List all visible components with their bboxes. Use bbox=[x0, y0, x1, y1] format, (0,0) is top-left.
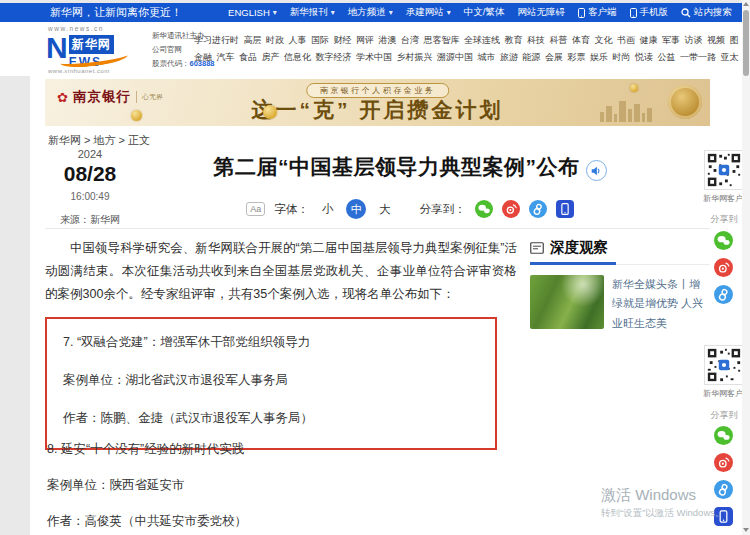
gold-coin-icon bbox=[630, 84, 638, 92]
scroll-up-arrow[interactable] bbox=[743, 2, 749, 6]
divider bbox=[136, 91, 137, 103]
phone-icon bbox=[578, 8, 585, 18]
bank-flower-icon: ✿ bbox=[57, 91, 68, 104]
wechat-share-button[interactable] bbox=[714, 426, 733, 445]
top-bar: 新华网，让新闻离你更近！ ENGLISH▾ 新华报刊▾ 地方频道▾ 承建网站▾ … bbox=[0, 3, 742, 22]
search-icon bbox=[681, 8, 691, 18]
chevron-down-icon: ▾ bbox=[331, 8, 335, 17]
app-share-button[interactable] bbox=[556, 200, 574, 218]
divider bbox=[45, 228, 710, 229]
watermark-line1: 激活 Windows bbox=[601, 486, 725, 505]
case8-author: 作者：高俊英（中共延安市委党校） bbox=[47, 513, 499, 530]
top-bar-links: ENGLISH▾ 新华报刊▾ 地方频道▾ 承建网站▾ 中文/繁体 网站无障碍 客… bbox=[228, 3, 732, 22]
top-link-site-search[interactable]: 站内搜索 bbox=[681, 6, 732, 19]
qr-code-image bbox=[704, 345, 744, 385]
chevron-down-icon: ▾ bbox=[447, 8, 451, 17]
font-size-large-button[interactable]: 大 bbox=[375, 202, 395, 217]
weibo-share-button[interactable] bbox=[714, 258, 733, 277]
sidebar-article-headline[interactable]: 新华全媒头条丨增绿就是增优势 人兴业旺生态美 bbox=[612, 275, 710, 333]
case7-unit: 案例单位：湖北省武汉市退役军人事务局 bbox=[63, 372, 479, 389]
article-controls: Aa 字体： 小 中 大 分享到： bbox=[150, 199, 670, 219]
wechat-share-button[interactable] bbox=[475, 200, 493, 218]
sidebar-deep-observation: 深度观察 新华全媒头条丨增绿就是增优势 人兴业旺生态美 bbox=[530, 238, 710, 333]
wechat-share-button[interactable] bbox=[714, 231, 733, 250]
top-link-english[interactable]: ENGLISH▾ bbox=[228, 7, 277, 18]
top-link-traditional-chinese[interactable]: 中文/繁体 bbox=[464, 6, 505, 19]
gold-coin-icon bbox=[131, 110, 142, 121]
top-link-accessibility[interactable]: 网站无障碍 bbox=[518, 6, 566, 19]
bank-name: 南京银行 bbox=[73, 88, 131, 106]
weibo-share-button[interactable] bbox=[714, 453, 733, 472]
article-intro: 中国领导科学研究会、新华网联合开展的“第二届中国基层领导力典型案例征集”活动圆满… bbox=[45, 237, 517, 306]
qr-block-2: 新华网客户端 bbox=[703, 345, 745, 399]
scroll-down-arrow[interactable] bbox=[743, 528, 749, 532]
top-link-client-app[interactable]: 客户端 bbox=[578, 6, 617, 19]
font-size-medium-button[interactable]: 中 bbox=[346, 199, 366, 219]
gold-coin-icon bbox=[263, 105, 277, 119]
float-share-label: 分享到 bbox=[703, 213, 745, 226]
highlight-red-box: 7. “双融合党建”：增强军休干部党组织领导力 案例单位：湖北省武汉市退役军人事… bbox=[45, 317, 497, 450]
font-size-small-button[interactable]: 小 bbox=[318, 202, 338, 217]
site-url-bottom: www.xinhuanet.com bbox=[48, 68, 110, 74]
chevron-down-icon: ▾ bbox=[389, 8, 393, 17]
top-link-built-sites[interactable]: 承建网站▾ bbox=[406, 6, 451, 19]
sidebar-article-item[interactable]: 新华全媒头条丨增绿就是增优势 人兴业旺生态美 bbox=[530, 275, 710, 333]
gold-emblem-icon bbox=[668, 85, 702, 119]
qr-caption: 新华网客户端 bbox=[703, 388, 745, 399]
case8-title: 8. 延安“十个没有”经验的新时代实践 bbox=[47, 441, 499, 458]
qr-caption: 新华网客户端 bbox=[703, 193, 745, 204]
weibo-share-button[interactable] bbox=[502, 200, 520, 218]
qq-share-button[interactable] bbox=[714, 285, 733, 304]
top-link-local-channels[interactable]: 地方频道▾ bbox=[348, 6, 393, 19]
scrollbar-thumb[interactable] bbox=[743, 10, 749, 76]
watermark-line2: 转到“设置”以激活 Windows。 bbox=[601, 507, 725, 520]
article-date: 08/28 bbox=[42, 162, 138, 186]
phone-icon bbox=[630, 8, 637, 18]
qr-block-1: 新华网客户端 bbox=[703, 150, 745, 204]
page: 新华网，让新闻离你更近！ ENGLISH▾ 新华报刊▾ 地方频道▾ 承建网站▾ … bbox=[0, 0, 750, 535]
date-block: 2024 08/28 16:00:49 来源：新华网 bbox=[42, 148, 138, 227]
bank-tagline: 心无界 bbox=[142, 92, 163, 102]
case7-title: 7. “双融合党建”：增强军休干部党组织领导力 bbox=[63, 334, 479, 351]
case8-block: 8. 延安“十个没有”经验的新时代实践 案例单位：陕西省延安市 作者：高俊英（中… bbox=[47, 441, 499, 535]
top-link-papers[interactable]: 新华报刊▾ bbox=[290, 6, 335, 19]
vertical-scrollbar[interactable] bbox=[742, 0, 750, 535]
article-year: 2024 bbox=[42, 148, 138, 160]
masthead: www.news.cn N 新华网 EWS www.xinhuanet.com … bbox=[0, 22, 742, 76]
case8-unit: 案例单位：陕西省延安市 bbox=[47, 477, 499, 494]
font-size-icon: Aa bbox=[246, 202, 265, 216]
article-time: 16:00:49 bbox=[42, 191, 138, 202]
main-nav-row-2[interactable]: 金融 汽车 食品 房产 信息化 数字经济 学术中国 乡村振兴 溯源中国 城市 旅… bbox=[194, 51, 739, 64]
windows-activation-watermark: 激活 Windows 转到“设置”以激活 Windows。 bbox=[601, 486, 725, 520]
article-source: 来源：新华网 bbox=[42, 213, 138, 227]
font-size-label: 字体： bbox=[274, 202, 309, 217]
float-share-label: 分享到 bbox=[703, 409, 745, 422]
sidebar-section-title: 深度观察 bbox=[550, 238, 608, 257]
bank-logo: ✿ 南京银行 心无界 bbox=[57, 88, 163, 106]
breadcrumb[interactable]: 新华网 > 地方 > 正文 bbox=[48, 133, 150, 148]
newspaper-icon bbox=[530, 242, 544, 254]
site-slogan: 新华网，让新闻离你更近！ bbox=[50, 3, 182, 22]
page-title: 第二届“中国基层领导力典型案例”公布 bbox=[150, 153, 670, 181]
city-skyline-graphic bbox=[600, 101, 652, 122]
share-label: 分享到： bbox=[420, 202, 466, 217]
chevron-down-icon: ▾ bbox=[273, 8, 277, 17]
qr-code-image bbox=[704, 150, 744, 190]
top-link-mobile-version[interactable]: 手机版 bbox=[630, 6, 669, 19]
read-aloud-button[interactable] bbox=[586, 160, 607, 181]
sidebar-article-thumbnail[interactable] bbox=[530, 275, 604, 329]
main-nav-row-1[interactable]: 学习进行时 高层 时政 人事 国际 财经 网评 港澳 台湾 思客智库 全球连线 … bbox=[194, 34, 739, 47]
banner-headline: 这一“克” 开启攒金计划 bbox=[252, 96, 504, 124]
sidebar-section-header: 深度观察 bbox=[530, 238, 710, 265]
accent-underline bbox=[530, 262, 616, 265]
case7-author: 作者：陈鹏、金捷（武汉市退役军人事务局） bbox=[63, 410, 479, 427]
ad-banner[interactable]: ✿ 南京银行 心无界 南京银行个人积存金业务 这一“克” 开启攒金计划 bbox=[45, 79, 710, 126]
qq-share-button[interactable] bbox=[529, 200, 547, 218]
speaker-icon bbox=[590, 165, 602, 177]
